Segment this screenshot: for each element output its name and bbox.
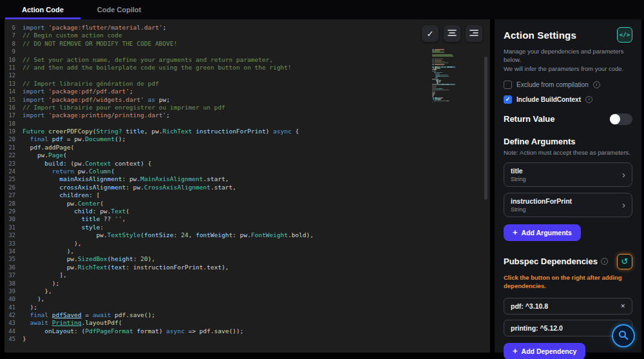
- add-arguments-button[interactable]: + Add Arguments: [504, 224, 581, 241]
- line-number: 13: [5, 80, 23, 88]
- plus-icon: +: [513, 228, 518, 237]
- code-text: crossAxisAlignment: pw.CrossAxisAlignmen…: [23, 184, 236, 191]
- checkbox-label: Include BuildContext: [516, 96, 581, 103]
- minimap-segment: [448, 101, 450, 102]
- line-number: 6: [5, 24, 23, 32]
- tab-code-copilot-label: Code Copilot: [97, 6, 141, 14]
- checkbox-label: Exclude from compilation: [516, 81, 589, 88]
- add-arguments-label: Add Arguments: [522, 229, 572, 237]
- argument-info: instructionForPrintString: [511, 197, 572, 213]
- indent-code-button[interactable]: [466, 25, 482, 42]
- line-number: 16: [5, 104, 23, 112]
- tab-code-copilot[interactable]: Code Copilot: [80, 0, 158, 19]
- code-text: children: [: [23, 191, 100, 199]
- line-number: 35: [5, 255, 23, 263]
- checkbox-checked[interactable]: ✓: [504, 95, 512, 104]
- code-text: return pw.Column(: [23, 168, 115, 175]
- return-value-label: Return Value: [504, 114, 554, 124]
- code-line: 38 );: [5, 280, 445, 287]
- refresh-icon: ↺: [621, 257, 629, 266]
- line-number: 10: [5, 56, 23, 64]
- line-number: 8: [5, 40, 23, 48]
- code-text: import 'package:pdf/widgets.dart' as pw;: [23, 96, 170, 104]
- search-icon: [618, 330, 629, 342]
- check-code-button[interactable]: ✓: [422, 25, 439, 42]
- plus-icon: +: [513, 346, 518, 356]
- line-number: 9: [5, 48, 23, 55]
- code-line: 35 pw.SizedBox(height: 20),: [5, 255, 445, 263]
- checkbox-unchecked[interactable]: [504, 81, 512, 89]
- panel-subtitle-line-2: We will infer the parameters from your c…: [504, 65, 623, 72]
- code-line: 8// DO NOT REMOVE OR MODIFY THE CODE ABO…: [5, 40, 445, 48]
- code-line: 19Future creerPDFCopy(String? title, pw.…: [5, 128, 445, 135]
- add-dependency-button[interactable]: + Add Dependency: [504, 343, 585, 359]
- code-text: // Set your action name, define your arg…: [23, 56, 273, 64]
- return-value-row: Return Value: [504, 113, 632, 125]
- dependency-text: pdf: ^3.10.8: [511, 302, 548, 310]
- minimap-segment: [440, 81, 440, 82]
- minimap-segment: [436, 69, 437, 70]
- code-line: 18: [5, 120, 445, 128]
- code-text: final pdf = pw.Document();: [23, 135, 126, 143]
- minimap-segment: [435, 64, 444, 65]
- line-number: 39: [5, 287, 23, 295]
- panel-subtitle: Manage your dependencies and parameters …: [504, 47, 632, 73]
- close-icon[interactable]: ✕: [620, 303, 625, 309]
- line-number: 14: [5, 88, 23, 95]
- code-line: 39 },: [5, 287, 445, 295]
- arguments-note: Note: Action must accept these as parame…: [504, 149, 632, 156]
- checkbox-row: ✓Include BuildContexti: [504, 95, 632, 104]
- minimap-segment: [447, 76, 449, 77]
- check-icon: ✓: [427, 29, 434, 39]
- code-editor[interactable]: 6import 'package:flutter/material.dart';…: [5, 19, 490, 353]
- line-number: 17: [5, 112, 23, 119]
- format-code-button[interactable]: [444, 25, 460, 42]
- panel-header: Action Settings </>: [504, 27, 632, 43]
- code-text: ),: [23, 240, 82, 247]
- code-text: build: (pw.Context context) {: [23, 160, 151, 168]
- code-text: pw.Page(: [23, 151, 67, 159]
- line-number: 29: [5, 208, 23, 215]
- search-fab-button[interactable]: [612, 324, 635, 347]
- refresh-dependencies-button[interactable]: ↺: [617, 254, 632, 269]
- argument-card[interactable]: instructionForPrintString›: [504, 193, 632, 217]
- argument-type: String: [511, 176, 526, 182]
- boilerplate-code-button[interactable]: </>: [617, 27, 632, 43]
- code-line: 21 pdf.addPage(: [5, 144, 445, 151]
- code-line: 9: [5, 48, 445, 55]
- minimap-line: [432, 55, 454, 57]
- panel-title: Action Settings: [504, 30, 576, 41]
- align-center-icon: [448, 29, 457, 39]
- line-number: 42: [5, 311, 23, 319]
- line-number: 21: [5, 144, 23, 151]
- code-line: 24 return pw.Column(: [5, 168, 445, 175]
- tab-action-code[interactable]: Action Code: [5, 0, 80, 19]
- code-text: },: [23, 287, 52, 295]
- code-line: 25 mainAxisAlignment: pw.MainAxisAlignme…: [5, 175, 445, 183]
- minimap-segment: [432, 55, 453, 57]
- argument-name: title: [511, 167, 526, 175]
- code-line: 44 onLayout: (PdfPageFormat format) asyn…: [5, 327, 445, 335]
- line-number: 34: [5, 247, 23, 255]
- code-line: 17import 'package:printing/printing.dart…: [5, 112, 445, 119]
- line-number: 37: [5, 271, 23, 279]
- code-text: style:: [23, 224, 104, 231]
- editor-scrollbar[interactable]: [484, 57, 488, 200]
- line-number: 18: [5, 120, 23, 128]
- code-line: 27 children: [: [5, 191, 445, 199]
- code-text: }: [23, 335, 26, 343]
- action-settings-panel: Action Settings </> Manage your dependen…: [495, 19, 641, 353]
- code-text: onLayout: (PdfPageFormat format) async =…: [23, 327, 243, 335]
- code-text: pw.RichText(text: instructionForPrint.te…: [23, 264, 229, 271]
- minimap[interactable]: [432, 49, 454, 103]
- argument-name: instructionForPrint: [511, 197, 572, 205]
- code-text: Future creerPDFCopy(String? title, pw.Ri…: [23, 128, 299, 135]
- top-bar: Action Code Code Copilot: [0, 0, 644, 19]
- code-line: 37 ],: [5, 271, 445, 279]
- tab-action-code-label: Action Code: [22, 6, 64, 14]
- argument-card[interactable]: titleString›: [504, 162, 632, 187]
- line-number: 33: [5, 240, 23, 247]
- code-text: ),: [23, 295, 44, 303]
- return-value-toggle[interactable]: [609, 113, 632, 125]
- code-line: 15import 'package:pdf/widgets.dart' as p…: [5, 96, 445, 104]
